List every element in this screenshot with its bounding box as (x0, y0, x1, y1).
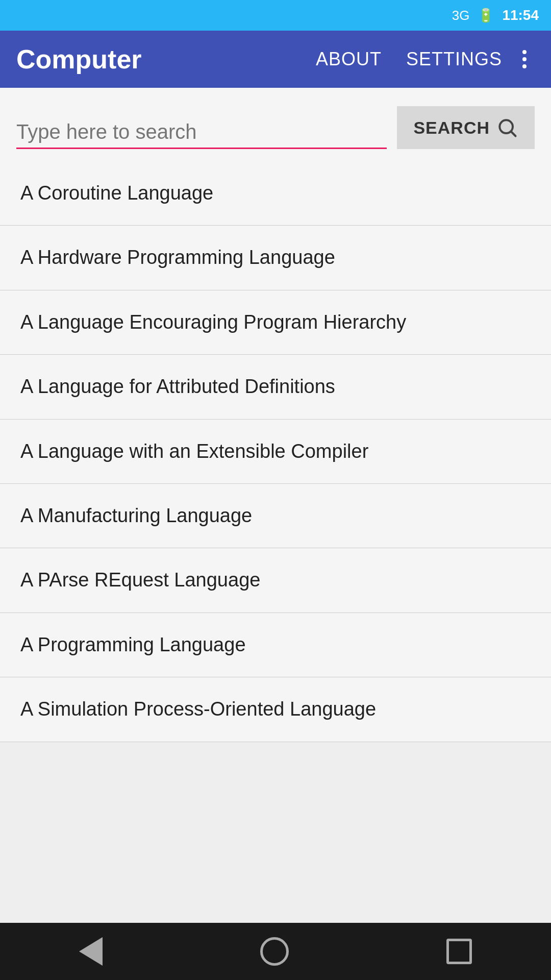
recents-button[interactable] (446, 939, 472, 964)
dot-icon (522, 64, 527, 68)
list-item[interactable]: A Language for Attributed Definitions (0, 355, 551, 419)
list-item[interactable]: A Coroutine Language (0, 161, 551, 226)
status-bar: 3G 🔋 11:54 (0, 0, 551, 31)
list-item[interactable]: A Manufacturing Language (0, 484, 551, 548)
list-item-text: A Language Encouraging Program Hierarchy (20, 311, 406, 333)
list-item-text: A Simulation Process-Oriented Language (20, 698, 376, 720)
dot-icon (522, 50, 527, 54)
list-item-text: A Language with an Extensible Compiler (20, 440, 368, 462)
back-icon (79, 937, 103, 966)
list-item[interactable]: A Language with an Extensible Compiler (0, 420, 551, 484)
settings-button[interactable]: SETTINGS (394, 40, 514, 78)
list-item-text: A Coroutine Language (20, 182, 213, 204)
home-icon (260, 937, 289, 966)
recents-icon (446, 939, 472, 964)
search-button-label: SEARCH (413, 118, 490, 138)
search-input-wrapper (16, 120, 387, 149)
list-item-text: A Hardware Programming Language (20, 247, 335, 268)
search-area: SEARCH (0, 88, 551, 161)
search-button[interactable]: SEARCH (397, 106, 535, 149)
list-item[interactable]: A Hardware Programming Language (0, 226, 551, 290)
list-item[interactable]: A Simulation Process-Oriented Language (0, 677, 551, 742)
list-container: A Coroutine Language A Hardware Programm… (0, 161, 551, 742)
list-item[interactable]: A Programming Language (0, 613, 551, 677)
home-button[interactable] (260, 937, 289, 966)
list-item[interactable]: A Language Encouraging Program Hierarchy (0, 290, 551, 355)
search-input[interactable] (16, 120, 387, 143)
list-item-text: A Manufacturing Language (20, 505, 252, 526)
list-item-text: A PArse REquest Language (20, 569, 260, 591)
signal-icon: 3G (452, 8, 470, 23)
battery-icon: 🔋 (478, 8, 494, 23)
dot-icon (522, 57, 527, 61)
more-menu-button[interactable] (514, 42, 535, 77)
list-item[interactable]: A PArse REquest Language (0, 548, 551, 612)
app-bar: Computer ABOUT SETTINGS (0, 31, 551, 88)
about-button[interactable]: ABOUT (304, 40, 394, 78)
svg-line-1 (512, 132, 516, 136)
bottom-nav (0, 923, 551, 980)
search-icon (496, 116, 518, 139)
app-title: Computer (16, 44, 304, 75)
list-item-text: A Programming Language (20, 634, 246, 655)
clock: 11:54 (502, 7, 539, 23)
list-item-text: A Language for Attributed Definitions (20, 376, 335, 397)
back-button[interactable] (79, 937, 103, 966)
